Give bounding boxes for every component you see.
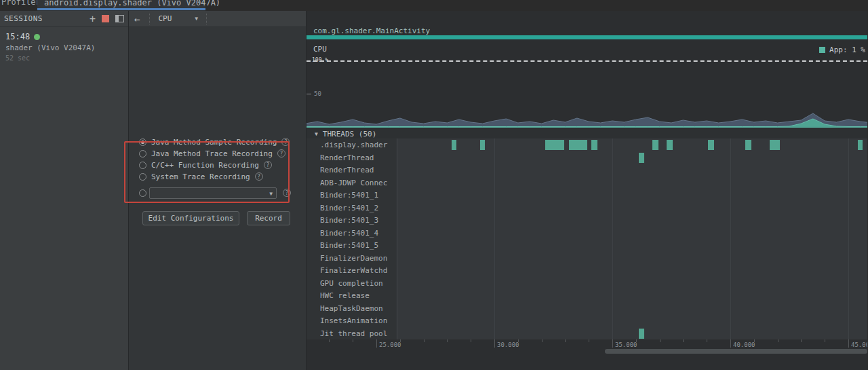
axis-minor-tick [353, 339, 353, 342]
recording-option-row[interactable]: Java Method Sample Recording? [139, 137, 290, 147]
thread-row[interactable]: RenderThread [307, 164, 867, 177]
thread-name[interactable]: FinalizerWatchd [320, 266, 387, 275]
edit-configurations-button[interactable]: Edit Configurations [142, 211, 239, 225]
thread-name[interactable]: Binder:5401_4 [320, 229, 378, 238]
collapse-panel-icon[interactable] [115, 15, 124, 22]
thread-row[interactable]: Binder:5401_1 [307, 189, 867, 202]
tab-profiler-session[interactable]: android.display.shader (Vivo V2047A) [37, 0, 205, 11]
thread-name[interactable]: FinalizerDaemon [320, 254, 387, 263]
thread-row[interactable]: Binder:5401_5 [307, 239, 867, 252]
others-cpu-series [307, 113, 867, 128]
collapse-arrow-icon: ▼ [315, 131, 318, 137]
sessions-title: SESSIONS [4, 14, 43, 23]
help-icon[interactable]: ? [277, 149, 285, 158]
thread-row[interactable]: Binder:5401_3 [307, 214, 867, 227]
custom-config-radio[interactable] [139, 189, 146, 197]
threads-section-header[interactable]: ▼ THREADS (50) [307, 129, 867, 138]
thread-name[interactable]: HWC release [320, 291, 370, 300]
help-icon[interactable]: ? [264, 161, 272, 169]
help-icon[interactable]: ? [255, 172, 263, 181]
threads-timeline: .display.shaderRenderThreadRenderThreadA… [307, 138, 867, 339]
horizontal-scrollbar[interactable] [605, 349, 867, 354]
thread-name[interactable]: GPU completion [320, 279, 383, 288]
help-icon[interactable]: ? [283, 189, 291, 197]
axis-minor-tick [471, 339, 471, 342]
thread-activity-block [667, 140, 673, 150]
axis-tick-label: 25.000 [379, 341, 401, 348]
thread-row[interactable]: InsetsAnimation [307, 314, 867, 327]
add-session-icon[interactable]: + [90, 14, 96, 24]
thread-name[interactable]: Binder:5401_3 [320, 216, 378, 225]
thread-activity-block [639, 153, 644, 163]
cpu-usage-area-chart[interactable] [307, 105, 867, 128]
threads-title: THREADS (50) [323, 130, 376, 138]
axis-minor-tick [778, 339, 778, 342]
app-series-label: App: 1 % [829, 45, 865, 54]
thread-name[interactable]: Binder:5401_5 [320, 241, 378, 250]
y-tick [307, 94, 311, 94]
axis-minor-tick [754, 339, 755, 342]
axis-minor-tick [683, 339, 684, 342]
thread-name[interactable]: ADB-JDWP Connec [320, 179, 387, 187]
axis-minor-tick [400, 339, 401, 342]
sessions-toolbar-actions: + [90, 14, 124, 24]
axis-tick-label: 45.000 [851, 341, 867, 348]
thread-name[interactable]: RenderThread [320, 166, 374, 174]
thread-name[interactable]: HeapTaskDaemon [320, 304, 383, 313]
thread-row[interactable]: Binder:5401_2 [307, 202, 867, 215]
axis-minor-tick [565, 339, 566, 342]
radio-button[interactable] [139, 162, 146, 169]
thread-row[interactable]: GPU completion [307, 277, 867, 290]
axis-major-tick [848, 339, 849, 348]
help-icon[interactable]: ? [281, 138, 290, 146]
thread-row[interactable]: Binder:5401_4 [307, 227, 867, 240]
axis-tick-label: 30.000 [497, 341, 519, 348]
radio-button[interactable] [139, 138, 146, 146]
thread-row[interactable]: .display.shader [307, 138, 867, 151]
axis-minor-tick [825, 339, 825, 342]
axis-minor-tick [424, 339, 425, 342]
radio-button[interactable] [139, 150, 146, 158]
radio-label: Java Method Sample Recording [151, 138, 277, 147]
stop-recording-icon[interactable] [102, 15, 109, 22]
thread-activity-block [452, 140, 456, 150]
axis-tick-label: 40.000 [733, 341, 755, 348]
thread-activity-block [770, 140, 780, 150]
thread-name[interactable]: InsetsAnimation [320, 316, 387, 325]
session-live-dot [34, 34, 40, 40]
thread-row[interactable]: HeapTaskDaemon [307, 302, 867, 315]
axis-tick-label: 35.000 [615, 341, 637, 348]
session-item[interactable]: 15:48 shader (Vivo V2047A) 52 sec [0, 27, 128, 66]
axis-minor-tick [589, 339, 589, 342]
thread-activity-block [858, 140, 863, 150]
thread-row[interactable]: FinalizerDaemon [307, 252, 867, 265]
axis-minor-tick [801, 339, 802, 342]
thread-name[interactable]: Binder:5401_1 [320, 191, 378, 200]
thread-name[interactable]: RenderThread [320, 153, 374, 162]
thread-name[interactable]: .display.shader [320, 141, 387, 149]
thread-activity-block [639, 329, 644, 339]
thread-name[interactable]: Binder:5401_2 [320, 204, 378, 212]
thread-name[interactable]: Jit thread pool [320, 329, 387, 338]
thread-row[interactable]: RenderThread [307, 151, 867, 164]
axis-major-tick [612, 339, 613, 348]
sessions-panel: SESSIONS + 15:48 shader (Vivo V2047A) 52… [0, 11, 129, 370]
recording-option-row[interactable]: Java Method Trace Recording? [139, 149, 285, 158]
record-button[interactable]: Record [247, 211, 290, 225]
y-axis-50-label: 50 [307, 90, 321, 97]
tool-window-tabbar: Profiler android.display.shader (Vivo V2… [0, 0, 868, 11]
activity-lifecycle-bar [307, 35, 867, 39]
recording-config-body: Java Method Sample Recording?Java Method… [129, 11, 306, 370]
thread-row[interactable]: HWC release [307, 289, 867, 302]
thread-row[interactable]: ADB-JDWP Connec [307, 177, 867, 189]
thread-row[interactable]: Jit thread pool [307, 327, 867, 340]
thread-row[interactable]: FinalizerWatchd [307, 264, 867, 277]
recording-option-row[interactable]: System Trace Recording? [139, 172, 263, 181]
profiler-main: SESSIONS + 15:48 shader (Vivo V2047A) 52… [0, 11, 868, 370]
radio-label: Java Method Trace Recording [151, 149, 273, 158]
recording-option-row[interactable]: C/C++ Function Recording? [139, 160, 272, 170]
custom-config-dropdown[interactable]: ▼ [149, 187, 277, 199]
radio-button[interactable] [139, 173, 146, 181]
thread-activity-block [708, 140, 714, 150]
tab-profiler[interactable]: Profiler [1, 0, 41, 7]
